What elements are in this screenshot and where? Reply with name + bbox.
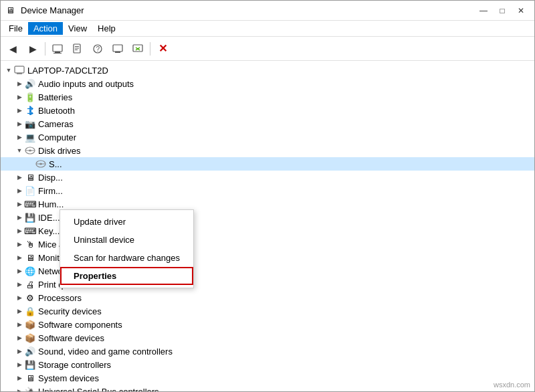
toolbar-btn-1[interactable] (48, 39, 67, 58)
toolbar-btn-2[interactable] (68, 39, 87, 58)
svg-rect-11 (133, 45, 142, 52)
item-label: Storage controllers (38, 360, 111, 370)
expand-icon: ▶ (14, 78, 25, 89)
root-label: LAPTOP-7ADCLT2D (27, 66, 108, 76)
item-icon (25, 145, 35, 156)
expand-icon: ▶ (14, 132, 25, 142)
expand-icon: ▶ (14, 92, 25, 102)
menu-help[interactable]: Help (92, 22, 121, 35)
back-button[interactable]: ◀ (3, 39, 22, 58)
item-label: Universal Serial Bus controllers (38, 387, 159, 392)
list-item[interactable]: ▶ Bluetooth (1, 104, 534, 117)
close-button[interactable]: ✕ (513, 4, 529, 17)
list-item[interactable]: ▶ 📦 Software components (1, 318, 534, 331)
expand-icon: ▶ (14, 266, 25, 276)
root-arrow: ▼ (3, 65, 14, 76)
item-label: Disp... (38, 173, 63, 183)
context-update-driver[interactable]: Update driver (60, 213, 193, 231)
app-icon: 🖥 (6, 5, 17, 16)
list-item[interactable]: ▶ 🖥 Disp... (1, 171, 534, 184)
title-bar-controls: — □ ✕ (475, 4, 529, 17)
expand-icon: ▶ (14, 332, 25, 343)
list-item[interactable]: ▶ 🔒 Security devices (1, 304, 534, 318)
context-uninstall-device[interactable]: Uninstall device (60, 231, 193, 249)
list-item[interactable]: ▶ 🔊 Sound, video and game controllers (1, 345, 534, 358)
item-label: Sound, video and game controllers (38, 347, 173, 357)
forward-button[interactable]: ▶ (23, 39, 42, 58)
item-icon (35, 159, 46, 169)
item-label: Processors (38, 293, 82, 303)
item-label: Firm... (38, 186, 63, 196)
list-item[interactable]: ▶ 🖥 System devices (1, 371, 534, 385)
list-item[interactable]: ▶ 📷 Cameras (1, 117, 534, 130)
expand-icon: ▶ (14, 346, 25, 357)
item-icon: ⌨ (25, 225, 35, 236)
item-icon: 💻 (25, 132, 35, 142)
item-label: Computer (38, 132, 76, 142)
list-item[interactable]: ▶ ⌨ Hum... (1, 197, 534, 211)
svg-rect-6 (75, 50, 78, 50)
minimize-button[interactable]: — (475, 4, 492, 17)
menu-file[interactable]: File (3, 22, 28, 35)
list-item[interactable]: ▶ 🔌 Universal Serial Bus controllers (1, 385, 534, 391)
list-item[interactable]: ▶ 💻 Computer (1, 130, 534, 144)
tree-root[interactable]: ▼ LAPTOP-7ADCLT2D (1, 64, 534, 77)
expand-icon: ▶ (14, 105, 25, 116)
menu-bar: File Action View Help (1, 21, 534, 37)
item-icon: 🌐 (25, 266, 35, 276)
item-label: Audio inputs and outputs (38, 79, 134, 89)
item-icon: ⌨ (25, 199, 35, 209)
expand-icon: ▶ (14, 319, 25, 330)
context-properties[interactable]: Properties (60, 267, 193, 285)
device-manager-window: 🖥 Device Manager — □ ✕ File Action View … (0, 0, 535, 392)
svg-rect-1 (55, 52, 60, 53)
expand-icon: ▼ (14, 145, 25, 156)
list-item[interactable]: ▶ 📦 Software devices (1, 331, 534, 345)
content-area[interactable]: ▼ LAPTOP-7ADCLT2D ▶ 🔊 Audio inputs and o… (1, 61, 534, 391)
svg-point-26 (39, 163, 42, 165)
expand-icon: ▶ (14, 373, 25, 383)
delete-button[interactable]: ✕ (153, 39, 172, 58)
toolbar-sep-1 (45, 42, 45, 56)
svg-rect-10 (115, 52, 120, 53)
svg-rect-2 (54, 53, 62, 54)
svg-rect-5 (75, 47, 79, 48)
item-icon: 🖨 (25, 279, 35, 290)
list-item[interactable]: ▶ 🔊 Audio inputs and outputs (1, 77, 534, 90)
tree-disk-item[interactable]: S... (1, 157, 534, 171)
list-item[interactable]: ▼ Disk drives (1, 144, 534, 157)
list-item[interactable]: ▶ 💾 Storage controllers (1, 358, 534, 371)
expand-icon: ▶ (14, 306, 25, 316)
expand-icon: ▶ (14, 252, 25, 263)
list-item[interactable]: ▶ 🔋 Batteries (1, 90, 534, 104)
context-scan-hardware[interactable]: Scan for hardware changes (60, 249, 193, 267)
title-bar: 🖥 Device Manager — □ ✕ (1, 1, 534, 21)
expand-icon: ▶ (14, 279, 25, 290)
item-icon: 💾 (25, 359, 35, 370)
toolbar-btn-4[interactable] (128, 39, 147, 58)
toolbar-btn-3[interactable] (108, 39, 127, 58)
list-item[interactable]: ▶ ⚙ Processors (1, 291, 534, 304)
svg-rect-4 (75, 46, 79, 47)
menu-view[interactable]: View (63, 22, 92, 35)
maximize-button[interactable]: □ (494, 4, 510, 17)
svg-rect-15 (17, 73, 22, 74)
item-icon: 💾 (25, 212, 35, 223)
item-label: Hum... (38, 199, 64, 209)
list-item[interactable]: ▶ 📄 Firm... (1, 184, 534, 197)
item-label: Cameras (38, 119, 74, 129)
item-icon: 🔋 (25, 92, 35, 102)
item-icon: 📦 (25, 319, 35, 330)
expand-icon (25, 159, 35, 169)
expand-icon: ▶ (14, 172, 25, 183)
item-icon: 🖥 (25, 252, 35, 263)
expand-icon: ▶ (14, 118, 25, 129)
item-icon: 🖥 (25, 172, 35, 183)
menu-action[interactable]: Action (28, 22, 63, 35)
expand-icon: ▶ (14, 239, 25, 250)
item-icon: 📷 (25, 118, 35, 129)
expand-icon: ▶ (14, 212, 25, 223)
svg-text:?: ? (96, 45, 100, 53)
toolbar-btn-help[interactable]: ? (88, 39, 107, 58)
item-icon: 🔌 (25, 386, 35, 391)
